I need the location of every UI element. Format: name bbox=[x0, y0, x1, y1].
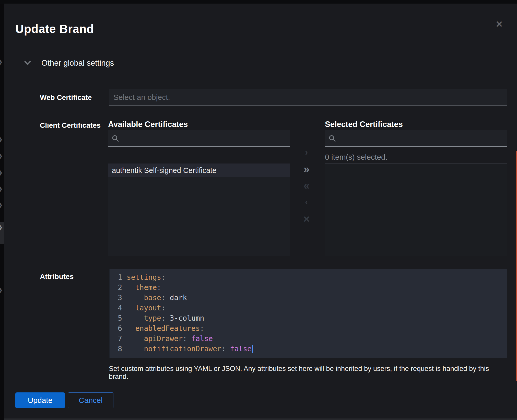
available-certificates-list[interactable]: authentik Self-signed Certificate bbox=[108, 164, 290, 256]
chevron-right-icon: ❯ bbox=[0, 286, 3, 294]
background-sidebar-sliver: ❯ ❯ ❯ ❯ ❯ ❯ ❯ ❯ bbox=[0, 0, 4, 420]
code-gutter: 12345678 bbox=[110, 272, 122, 358]
update-button[interactable]: Update bbox=[15, 392, 65, 408]
move-selected-left-button[interactable]: ‹ bbox=[297, 197, 316, 207]
bottom-edge-strip bbox=[4, 418, 517, 420]
cancel-button[interactable]: Cancel bbox=[68, 392, 113, 408]
selected-certificates-list[interactable] bbox=[325, 164, 507, 256]
page: ❯ ❯ ❯ ❯ ❯ ❯ ❯ ❯ Update Brand × Other glo… bbox=[0, 0, 517, 420]
chevron-right-icon: ❯ bbox=[0, 152, 3, 159]
web-certificate-label: Web Certificate bbox=[40, 94, 92, 102]
background-top-strip bbox=[0, 0, 517, 4]
move-all-right-button[interactable]: » bbox=[297, 163, 316, 175]
available-certificates-header: Available Certificates bbox=[108, 120, 188, 129]
search-icon bbox=[328, 135, 336, 142]
attributes-help-text: Set custom attributes using YAML or JSON… bbox=[109, 365, 507, 381]
chevron-down-icon bbox=[24, 61, 31, 66]
search-icon bbox=[112, 135, 119, 142]
client-certificates-label: Client Certificates bbox=[40, 121, 101, 130]
attributes-label: Attributes bbox=[40, 273, 74, 281]
chevron-right-icon: ❯ bbox=[0, 136, 3, 143]
list-item[interactable]: authentik Self-signed Certificate bbox=[108, 164, 290, 177]
available-search-input[interactable] bbox=[123, 134, 287, 143]
chevron-right-icon: ❯ bbox=[0, 58, 3, 65]
selected-search-input[interactable] bbox=[340, 134, 503, 143]
update-brand-modal: Update Brand × Other global settings Web… bbox=[4, 4, 517, 420]
attributes-code-editor[interactable]: 12345678 settings: theme: base: dark lay… bbox=[109, 269, 507, 358]
selected-search[interactable] bbox=[325, 130, 507, 147]
web-certificate-select[interactable] bbox=[109, 89, 507, 106]
clear-selection-button[interactable]: × bbox=[297, 213, 316, 225]
section-label: Other global settings bbox=[41, 59, 114, 68]
selected-certificates-header: Selected Certificates bbox=[325, 120, 403, 129]
close-icon[interactable]: × bbox=[492, 17, 506, 31]
chevron-right-icon: ❯ bbox=[0, 201, 3, 208]
chevron-right-icon: ❯ bbox=[0, 169, 3, 176]
move-all-left-button[interactable]: « bbox=[297, 180, 316, 192]
modal-title: Update Brand bbox=[15, 22, 94, 36]
chevron-right-icon: ❯ bbox=[0, 224, 3, 231]
move-selected-right-button[interactable]: › bbox=[297, 147, 316, 157]
chevron-right-icon: ❯ bbox=[0, 185, 3, 192]
section-toggle-other-global-settings[interactable]: Other global settings bbox=[24, 57, 114, 69]
available-search[interactable] bbox=[108, 130, 290, 147]
selected-count-status: 0 item(s) selected. bbox=[325, 153, 387, 161]
code-lines: settings: theme: base: dark layout: type… bbox=[122, 272, 507, 358]
